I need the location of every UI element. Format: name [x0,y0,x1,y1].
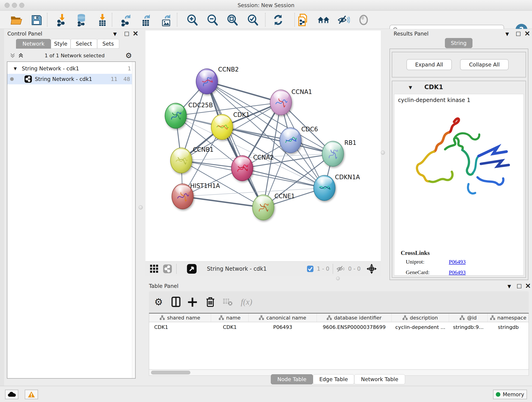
table-cell[interactable]: P06493 [249,324,317,330]
crosslink-link[interactable]: P06493 [449,269,466,275]
zoom-fit-button[interactable] [226,14,239,26]
table-options-gear-icon[interactable]: ⚙ [152,295,165,308]
tab-string[interactable]: String [445,38,472,48]
table-cell[interactable]: 9606.ENSP00000378699 [317,324,392,330]
zoom-selected-button[interactable] [247,14,259,26]
table-cell[interactable]: stringdb [488,324,529,330]
column-header--id[interactable]: @id [449,313,488,322]
network-node-ccne1[interactable] [252,195,274,220]
right-splitter-handle[interactable] [381,151,385,155]
network-list-scrollbar[interactable] [132,62,135,378]
export-image-button[interactable] [160,14,172,26]
network-options-gear-icon[interactable]: ⚙ [125,51,132,60]
table-panel-close-icon[interactable]: × [525,283,531,288]
zoom-in-button[interactable] [186,14,198,26]
node-table[interactable]: shared namenamecanonical namedatabase id… [149,313,529,370]
table-cell[interactable]: cyclin-dependent ... [392,324,449,330]
network-row-selected[interactable]: String Network - cdk1 11 48 [7,74,135,84]
network-node-ccna2[interactable] [231,155,253,181]
tab-select[interactable]: Select [70,39,97,49]
zoom-selected-icon [247,14,259,26]
node-gloss [283,129,298,138]
network-node-rb1[interactable] [322,141,344,167]
tab-network-table[interactable]: Network Table [354,374,405,384]
table-row[interactable]: CDK1CDK1P064939606.ENSP00000378699cyclin… [149,322,529,332]
function-builder-button-disabled[interactable]: f(x) [240,295,253,308]
network-node-ccnb2[interactable] [196,69,218,94]
network-canvas[interactable]: CCNB2CCNA1CDC25BCDK1CDC6RB1CCNB1CCNA2CDK… [146,31,381,261]
zoom-out-button[interactable] [206,14,219,26]
column-header-description[interactable]: description [392,313,449,322]
show-all-button-disabled[interactable] [357,14,370,26]
selected-checkbox-icon[interactable] [307,265,314,272]
tree-expand-icon[interactable]: ▼ [14,66,17,71]
network-node-ccnb1[interactable] [170,148,192,173]
column-header-label: @id [467,315,476,321]
column-header-canonical-name[interactable]: canonical name [249,313,317,322]
collapse-all-chevrons-icon[interactable] [18,52,24,58]
save-session-button[interactable] [30,14,43,26]
network-collection-row[interactable]: ▼ String Network - cdk1 1 [7,63,135,74]
apply-layout-button[interactable] [272,14,284,26]
tab-edge-table[interactable]: Edge Table [313,374,354,384]
new-network-from-selection-button[interactable] [297,14,309,26]
export-network-button[interactable] [120,14,133,26]
results-panel-float-icon[interactable]: □ [516,30,521,37]
delete-column-trash-icon[interactable] [204,295,217,308]
bottom-splitter-handle[interactable] [336,277,340,280]
network-node-ccna1[interactable] [270,89,292,115]
import-network-from-database-button[interactable] [75,14,88,26]
control-panel-close-icon[interactable]: × [133,31,139,36]
table-panel-float-icon[interactable]: □ [517,283,522,289]
birdseye-view-icon[interactable] [187,264,197,274]
control-panel-float-icon[interactable]: □ [124,30,129,37]
table-cell[interactable]: CDK1 [211,324,249,330]
table-cell[interactable]: CDK1 [149,324,211,330]
open-session-button[interactable] [10,14,22,26]
column-header-name[interactable]: name [211,313,249,322]
warnings-button[interactable] [25,390,38,399]
cloud-button[interactable] [5,390,18,399]
tab-style[interactable]: Style [51,39,70,49]
share-view-icon[interactable] [163,264,172,274]
hidden-eye-icon[interactable] [336,265,345,273]
left-splitter-handle[interactable] [139,205,143,210]
results-panel-collapse-icon[interactable]: ▼ [505,31,509,37]
memory-button[interactable]: Memory [493,390,527,399]
node-label-rb1: RB1 [344,139,356,146]
export-table-button[interactable] [139,14,152,26]
node-gloss [326,143,341,152]
results-panel-close-icon[interactable]: × [524,31,530,36]
column-header-namespace[interactable]: namespace [488,313,529,322]
control-panel-collapse-icon[interactable]: ▼ [113,31,117,37]
column-header-shared-name[interactable]: shared name [149,313,211,322]
import-network-button[interactable] [56,14,68,26]
eye-slash-icon [337,14,350,26]
collapse-all-button[interactable]: Collapse All [460,59,509,70]
expand-all-button[interactable]: Expand All [406,59,452,70]
tab-network[interactable]: Network [16,39,51,49]
network-node-cdk1[interactable] [211,114,233,140]
network-node-cdc6[interactable] [279,128,302,153]
show-columns-icon[interactable] [170,295,182,308]
scrollbar-thumb[interactable] [151,370,190,375]
gene-collapse-icon[interactable]: ▼ [409,85,412,90]
first-neighbors-button[interactable] [317,14,330,26]
grid-view-icon[interactable] [150,264,159,274]
network-node-cdc25b[interactable] [165,103,187,128]
delete-table-icon-disabled[interactable] [221,295,234,308]
column-header-database-identifier[interactable]: database identifier [317,313,392,322]
crosslink-label: GeneCard: [406,269,449,275]
zoom-out-icon [206,14,219,26]
network-node-cdkn1a[interactable] [313,175,336,201]
add-column-icon[interactable]: + [186,295,199,308]
expand-all-chevrons-icon[interactable] [10,52,16,58]
table-cell[interactable]: stringdb:9... [449,324,488,330]
crosslink-link[interactable]: P06493 [449,259,466,265]
hide-selected-button[interactable] [337,14,350,26]
tab-node-table[interactable]: Node Table [271,374,313,384]
import-table-button[interactable] [96,14,109,26]
table-panel-collapse-icon[interactable]: ▼ [507,283,511,289]
pan-crosshair-icon[interactable] [366,263,377,274]
tab-sets[interactable]: Sets [97,39,119,49]
